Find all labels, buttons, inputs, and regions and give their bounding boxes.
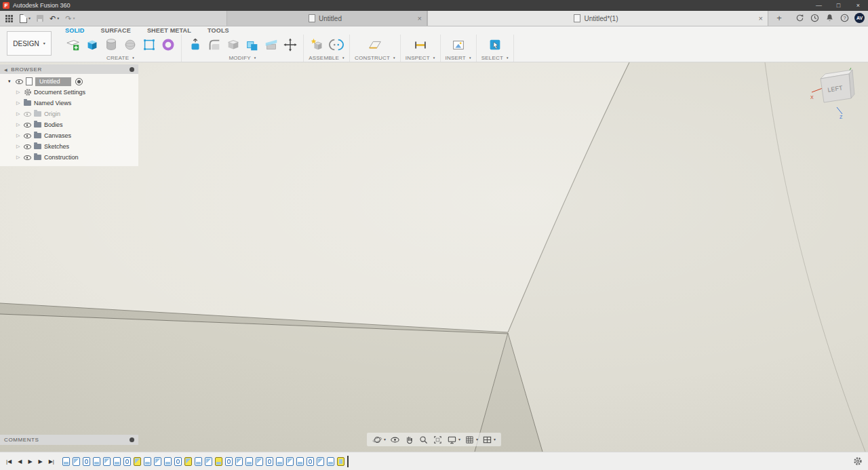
- cylinder-button[interactable]: [102, 36, 119, 53]
- timeline-playback-button[interactable]: ▶|: [49, 458, 54, 465]
- timeline-playback-button[interactable]: ▶: [39, 458, 43, 465]
- redo-button[interactable]: ↷ ▾: [63, 12, 77, 24]
- tab-close-button[interactable]: ×: [418, 11, 422, 26]
- close-button[interactable]: ×: [848, 0, 868, 11]
- timeline-playback-button[interactable]: ◀: [18, 458, 22, 465]
- expander-icon[interactable]: ▷: [16, 144, 24, 149]
- browser-row-named-views[interactable]: ▷ Named Views: [0, 98, 138, 109]
- comments-bar[interactable]: COMMENTS: [0, 435, 138, 445]
- visibility-eye-icon[interactable]: [24, 154, 32, 161]
- view-cube[interactable]: X LEFT Z: [810, 65, 863, 119]
- display-settings-button[interactable]: ▾: [446, 435, 462, 445]
- timeline-feature-icon[interactable]: [134, 457, 141, 466]
- help-icon[interactable]: ?: [840, 13, 850, 23]
- group-label[interactable]: CREATE▾: [106, 55, 134, 61]
- fillet-button[interactable]: [205, 36, 222, 53]
- workspace-switcher-button[interactable]: DESIGN ▾: [7, 31, 52, 56]
- zoom-button[interactable]: [417, 435, 430, 445]
- data-panel-toggle-button[interactable]: [3, 12, 16, 24]
- expander-icon[interactable]: ▷: [16, 90, 24, 95]
- undo-button[interactable]: ↶ ▾: [47, 12, 61, 24]
- notifications-bell-icon[interactable]: [825, 13, 835, 23]
- tab-sheet-metal[interactable]: SHEET METAL: [139, 27, 199, 35]
- new-tab-button[interactable]: +: [772, 11, 786, 26]
- expander-icon[interactable]: ▷: [16, 155, 24, 160]
- browser-row-origin[interactable]: ▷ Origin: [0, 109, 138, 119]
- joint-button[interactable]: [328, 36, 344, 53]
- expander-icon[interactable]: ▷: [16, 111, 24, 117]
- browser-row-construction[interactable]: ▷ Construction: [0, 152, 138, 163]
- fit-button[interactable]: [431, 435, 444, 445]
- timeline-settings-gear-icon[interactable]: [853, 456, 863, 466]
- timeline-feature-icon[interactable]: [144, 457, 151, 466]
- browser-row-sketches[interactable]: ▷ Sketches: [0, 141, 138, 152]
- tab-close-button[interactable]: ×: [759, 11, 763, 26]
- timeline-feature-icon[interactable]: [307, 457, 314, 466]
- measure-button[interactable]: [412, 36, 429, 53]
- move-copy-button[interactable]: [281, 36, 298, 53]
- expander-icon[interactable]: ▷: [16, 133, 24, 138]
- pattern-button[interactable]: [140, 36, 157, 53]
- timeline-feature-icon[interactable]: [286, 457, 294, 466]
- timeline-feature-icon[interactable]: [225, 457, 233, 466]
- timeline-playback-button[interactable]: |◀: [6, 458, 12, 465]
- construction-plane-button[interactable]: [366, 36, 383, 53]
- sphere-button[interactable]: [121, 36, 138, 53]
- visibility-eye-icon[interactable]: [24, 121, 32, 129]
- doc-tab-untitled-1[interactable]: Untitled*(1) ×: [427, 11, 768, 26]
- group-label[interactable]: INSERT▾: [446, 55, 471, 61]
- file-menu-button[interactable]: ▾: [18, 12, 33, 24]
- grid-snap-button[interactable]: ▾: [463, 435, 479, 445]
- browser-row-canvases[interactable]: ▷ Canvases: [0, 130, 138, 141]
- browser-root-row[interactable]: ▾ Untitled: [0, 76, 138, 87]
- visibility-eye-icon[interactable]: [16, 78, 24, 85]
- visibility-eye-icon[interactable]: [24, 132, 32, 140]
- press-pull-button[interactable]: [186, 36, 203, 53]
- activate-component-radio[interactable]: [75, 78, 83, 85]
- timeline-feature-icon[interactable]: [256, 457, 263, 466]
- clock-history-icon[interactable]: [810, 13, 820, 23]
- timeline-feature-icon[interactable]: [62, 457, 70, 466]
- panel-opacity-icon[interactable]: [130, 437, 134, 442]
- timeline-feature-icon[interactable]: [327, 457, 334, 466]
- expander-icon[interactable]: ▾: [8, 79, 16, 84]
- user-avatar[interactable]: AV: [854, 13, 865, 23]
- insert-button[interactable]: [450, 36, 467, 53]
- timeline-feature-icon[interactable]: [215, 457, 222, 466]
- model-face-bottom-left[interactable]: [0, 314, 508, 452]
- split-body-button[interactable]: [262, 36, 279, 53]
- box-button[interactable]: [83, 36, 100, 53]
- timeline-feature-icon[interactable]: [235, 457, 243, 466]
- select-button[interactable]: [486, 36, 503, 53]
- doc-tab-untitled[interactable]: Untitled ×: [226, 11, 427, 26]
- maximize-button[interactable]: □: [829, 0, 848, 11]
- timeline-feature-icon[interactable]: [83, 457, 90, 466]
- timeline-feature-icon[interactable]: [276, 457, 283, 466]
- timeline-feature-icon[interactable]: [266, 457, 273, 466]
- timeline-feature-icon[interactable]: [245, 457, 253, 466]
- timeline-feature-icon[interactable]: [154, 457, 161, 466]
- create-sketch-button[interactable]: [64, 36, 81, 53]
- timeline-feature-icon[interactable]: [73, 457, 80, 466]
- timeline-position-marker[interactable]: [347, 456, 349, 467]
- browser-row-document-settings[interactable]: ▷ Document Settings: [0, 87, 138, 98]
- expander-icon[interactable]: ▷: [16, 122, 24, 128]
- panel-opacity-icon[interactable]: [130, 67, 134, 72]
- timeline-feature-icon[interactable]: [164, 457, 172, 466]
- orbit-button[interactable]: ▾: [371, 435, 387, 445]
- pan-button[interactable]: [403, 435, 416, 445]
- viewports-button[interactable]: ▾: [481, 435, 497, 445]
- browser-row-bodies[interactable]: ▷ Bodies: [0, 119, 138, 130]
- torus-button[interactable]: [159, 36, 176, 53]
- group-label[interactable]: CONSTRUCT▾: [355, 55, 395, 61]
- timeline-feature-icon[interactable]: [174, 457, 182, 466]
- group-label[interactable]: ASSEMBLE▾: [309, 55, 344, 61]
- collapse-panel-icon[interactable]: ◀: [4, 67, 7, 72]
- job-status-icon[interactable]: [795, 13, 805, 23]
- tab-surface[interactable]: SURFACE: [93, 27, 139, 35]
- visibility-eye-icon[interactable]: [24, 111, 32, 118]
- timeline-feature-icon[interactable]: [184, 457, 192, 466]
- timeline-feature-icon[interactable]: [123, 457, 131, 466]
- browser-header[interactable]: ◀ BROWSER: [0, 64, 138, 74]
- tab-solid[interactable]: SOLID: [62, 27, 93, 35]
